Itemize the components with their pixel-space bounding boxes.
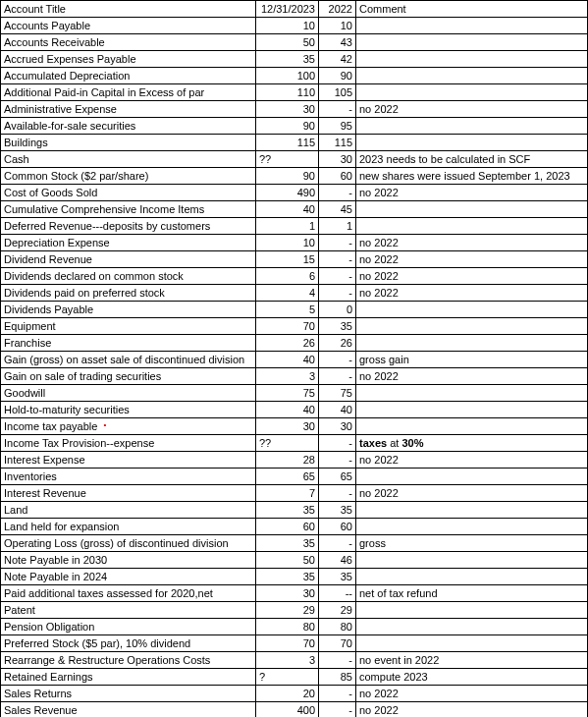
value-2022-cell: 35: [319, 502, 356, 519]
account-title-cell: Depreciation Expense: [1, 235, 256, 251]
table-row: Operating Loss (gross) of discontinued d…: [1, 535, 588, 552]
comment-cell: no 2022: [356, 235, 588, 251]
value-2023-cell: 70: [256, 318, 319, 335]
account-title-cell: Sales Revenue: [1, 702, 256, 718]
value-2023-cell: 30: [256, 585, 319, 602]
value-2023-cell: 1: [256, 218, 319, 235]
comment-cell: no 2022: [356, 452, 588, 469]
value-2023-cell: 65: [256, 469, 319, 485]
value-2023-cell: 40: [256, 352, 319, 368]
comment-cell: no 2022: [356, 368, 588, 385]
value-2022-cell: 60: [319, 519, 356, 535]
comment-cell: no 2022: [356, 185, 588, 201]
value-2023-cell: 90: [256, 168, 319, 185]
account-title-cell: Pension Obligation: [1, 619, 256, 635]
value-2022-cell: -: [319, 352, 356, 368]
value-2023-cell: 40: [256, 402, 319, 418]
value-2023-cell: 4: [256, 285, 319, 302]
comment-cell: [356, 34, 588, 51]
table-row: Accrued Expenses Payable3542: [1, 51, 588, 68]
table-row: Buildings115115: [1, 135, 588, 151]
value-2022-cell: 35: [319, 318, 356, 335]
value-2022-cell: 30: [319, 151, 356, 168]
value-2022-cell: -: [319, 235, 356, 251]
value-2022-cell: 10: [319, 18, 356, 34]
comment-cell: no 2022: [356, 251, 588, 268]
account-title-cell: Accumulated Depreciation: [1, 68, 256, 84]
value-2022-cell: 46: [319, 552, 356, 569]
value-2023-cell: 50: [256, 34, 319, 51]
value-2022-cell: -: [319, 535, 356, 552]
table-row: Goodwill7575: [1, 385, 588, 402]
account-title-cell: Note Payable in 2024: [1, 569, 256, 585]
value-2023-cell: 35: [256, 502, 319, 519]
comment-cell: [356, 51, 588, 68]
table-row: Cost of Goods Sold490-no 2022: [1, 185, 588, 201]
value-2022-cell: 30: [319, 418, 356, 435]
comment-cell: no 2022: [356, 686, 588, 702]
account-title-cell: Cost of Goods Sold: [1, 185, 256, 201]
table-row: Accumulated Depreciation10090: [1, 68, 588, 84]
account-title-cell: Income tax payable: [1, 418, 256, 435]
account-title-cell: Dividends paid on preferred stock: [1, 285, 256, 302]
account-title-cell: Land: [1, 502, 256, 519]
table-row: Land held for expansion6060: [1, 519, 588, 535]
account-title-cell: Available-for-sale securities: [1, 118, 256, 135]
value-2023-cell: 35: [256, 51, 319, 68]
comment-cell: [356, 385, 588, 402]
table-row: Additional Paid-in Capital in Excess of …: [1, 84, 588, 101]
comment-cell: [356, 218, 588, 235]
comment-cell: no 2022: [356, 702, 588, 718]
comment-cell: no 2022: [356, 285, 588, 302]
value-2022-cell: 45: [319, 201, 356, 218]
table-row: Pension Obligation8080: [1, 619, 588, 635]
table-row: Income tax payable3030: [1, 418, 588, 435]
table-row: Interest Revenue7-no 2022: [1, 485, 588, 502]
table-row: Cash??302023 needs to be calculated in S…: [1, 151, 588, 168]
value-2022-cell: -: [319, 185, 356, 201]
comment-cell: [356, 335, 588, 352]
value-2023-cell: 80: [256, 619, 319, 635]
value-2022-cell: 65: [319, 469, 356, 485]
table-row: Retained Earnings?85compute 2023: [1, 669, 588, 686]
value-2023-cell: 15: [256, 251, 319, 268]
comment-cell: [356, 135, 588, 151]
value-2022-cell: 35: [319, 569, 356, 585]
table-row: Franchise2626: [1, 335, 588, 352]
comment-cell: [356, 635, 588, 652]
comment-cell: [356, 418, 588, 435]
comment-cell: new shares were issued September 1, 2023: [356, 168, 588, 185]
table-row: Land3535: [1, 502, 588, 519]
account-title-cell: Hold-to-maturity securities: [1, 402, 256, 418]
table-row: Rearrange & Restructure Operations Costs…: [1, 652, 588, 669]
comment-cell: taxes at 30%: [356, 435, 588, 452]
table-row: Gain (gross) on asset sale of discontinu…: [1, 352, 588, 368]
value-2022-cell: 42: [319, 51, 356, 68]
account-title-cell: Deferred Revenue---deposits by customers: [1, 218, 256, 235]
comment-cell: [356, 84, 588, 101]
value-2022-cell: --: [319, 585, 356, 602]
value-2022-cell: 40: [319, 402, 356, 418]
comment-cell: [356, 402, 588, 418]
value-2023-cell: 110: [256, 84, 319, 101]
table-row: Sales Revenue400-no 2022: [1, 702, 588, 718]
table-row: Income Tax Provision--expense??-taxes at…: [1, 435, 588, 452]
account-title-cell: Accrued Expenses Payable: [1, 51, 256, 68]
table-row: Dividends declared on common stock6-no 2…: [1, 268, 588, 285]
value-2022-cell: -: [319, 686, 356, 702]
value-2022-cell: -: [319, 652, 356, 669]
value-2023-cell: ?: [256, 669, 319, 686]
account-title-cell: Rearrange & Restructure Operations Costs: [1, 652, 256, 669]
value-2022-cell: -: [319, 435, 356, 452]
table-row: Hold-to-maturity securities4040: [1, 402, 588, 418]
comment-cell: no 2022: [356, 101, 588, 118]
comment-cell: [356, 302, 588, 318]
account-title-cell: Note Payable in 2030: [1, 552, 256, 569]
account-title-cell: Dividend Revenue: [1, 251, 256, 268]
comment-cell: gross: [356, 535, 588, 552]
comment-cell: [356, 469, 588, 485]
comment-cell: no event in 2022: [356, 652, 588, 669]
table-row: Equipment7035: [1, 318, 588, 335]
account-title-cell: Retained Earnings: [1, 669, 256, 686]
value-2023-cell: 400: [256, 702, 319, 718]
